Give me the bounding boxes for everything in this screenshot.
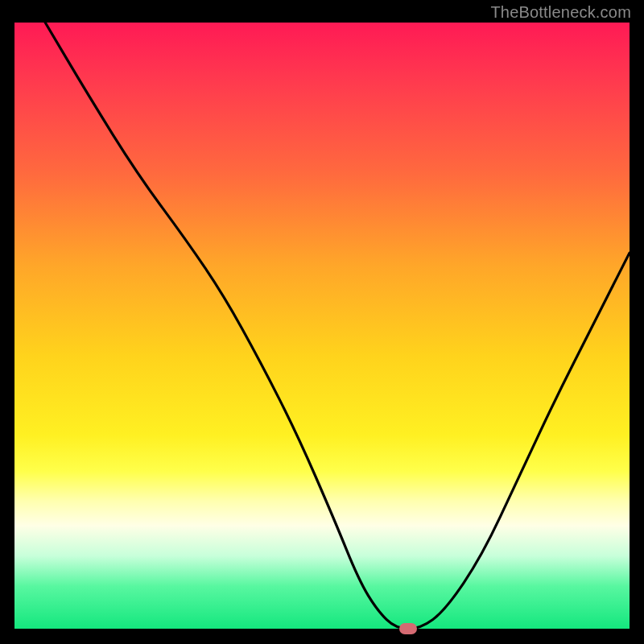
plot-area [14, 23, 630, 629]
curve-path [45, 23, 630, 629]
curve-layer [14, 23, 630, 629]
minimum-marker [399, 623, 417, 634]
watermark-text: TheBottleneck.com [490, 3, 631, 22]
chart-frame: TheBottleneck.com [0, 0, 644, 644]
